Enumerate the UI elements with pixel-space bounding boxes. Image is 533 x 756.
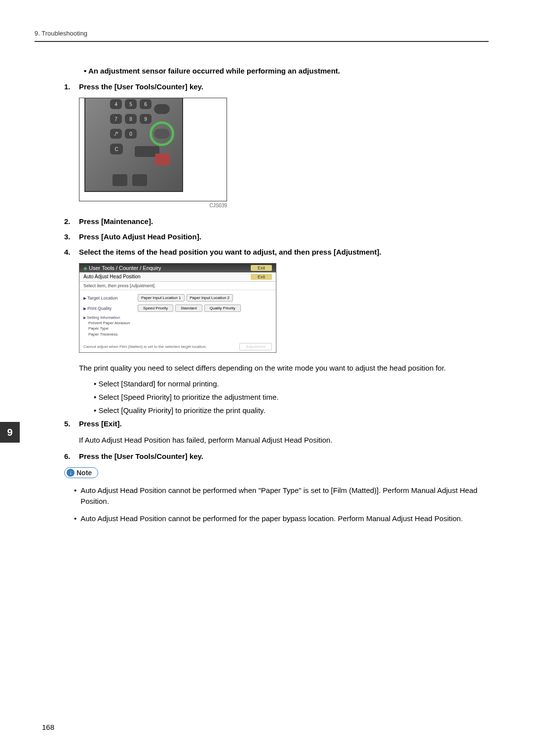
dialog-exit-button-top[interactable]: Exit	[251, 265, 272, 271]
step-2: 2. Press [Maintenance].	[64, 217, 489, 226]
step-1-text: Press the [User Tools/Counter] key.	[79, 82, 489, 91]
quality-priority-button[interactable]: Quality Priority	[204, 304, 241, 312]
note-badge: ↓ Note	[64, 467, 98, 478]
stop-button	[155, 153, 170, 165]
note-arrow-icon: ↓	[67, 469, 75, 477]
dialog-footer-text: Cannot adjust when Film (Matted) is set …	[83, 344, 207, 349]
step-2-text: Press [Maintenance].	[79, 217, 489, 226]
step-6: 6. Press the [User Tools/Counter] key.	[64, 452, 489, 460]
standard-button[interactable]: Standard	[175, 304, 202, 312]
speed-priority-button[interactable]: Speed Priority	[138, 304, 173, 312]
keypad-8: 8	[125, 114, 137, 124]
main-content: An adjustment sensor failure occurred wh…	[35, 67, 489, 524]
print-quality-row: Print Quality Speed Priority Standard Qu…	[83, 304, 272, 312]
diamond-icon: ◆	[83, 265, 87, 271]
dialog-exit-button-sub[interactable]: Exit	[251, 274, 272, 280]
keypad-container: 4 5 6 7 8 9 ./* 0 C	[79, 98, 227, 201]
bullet-quality: Select [Quality Priority] to prioritize …	[94, 406, 489, 415]
paper-input-location-1-button[interactable]: Paper Input Location 1	[138, 294, 185, 302]
paper-input-location-2-button[interactable]: Paper Input Location 2	[187, 294, 233, 302]
bullet-standard: Select [Standard] for normal printing.	[94, 379, 489, 388]
target-location-row: Target Location Paper Input Location 1 P…	[83, 294, 272, 302]
bullet-marker: •	[74, 485, 76, 507]
paper-thickness-label: Paper Thickness	[83, 332, 272, 337]
page-number: 168	[42, 723, 54, 731]
note-label: Note	[76, 469, 92, 477]
prevent-abrasion-label: Prevent Paper Abrasion	[83, 320, 272, 326]
chapter-tab: 9	[0, 422, 20, 443]
target-location-label: Target Location	[83, 296, 138, 301]
setting-info-label: Setting Information	[83, 315, 272, 320]
step-3: 3. Press [Auto Adjust Head Position].	[64, 232, 489, 241]
dialog-footer: Cannot adjust when Film (Matted) is set …	[79, 341, 276, 352]
setting-information: Setting Information Prevent Paper Abrasi…	[83, 315, 272, 337]
dialog-titlebar: ◆ User Tools / Counter / Enquiry Exit	[79, 264, 276, 272]
paper-type-label: Paper Type	[83, 326, 272, 331]
dialog-subtitle-bar: Auto Adjust Head Position Exit	[79, 272, 276, 282]
bottom-button-1	[113, 174, 127, 186]
post-dialog-text: The print quality you need to select dif…	[79, 363, 489, 374]
step-1: 1. Press the [User Tools/Counter] key.	[64, 82, 489, 91]
step-3-num: 3.	[64, 232, 79, 241]
dialog-title-text: ◆ User Tools / Counter / Enquiry	[83, 265, 161, 271]
print-quality-label: Print Quality	[83, 306, 138, 311]
note-1-text: Auto Adjust Head Position cannot be perf…	[80, 485, 489, 507]
keypad-clear: C	[110, 144, 123, 154]
bullet-speed: Select [Speed Priority] to prioritize th…	[94, 393, 489, 401]
step-4-num: 4.	[64, 248, 79, 256]
dialog-window: ◆ User Tools / Counter / Enquiry Exit Au…	[79, 263, 276, 353]
keypad-star: ./*	[110, 129, 122, 139]
dialog-instruction: Select item, then press [Adjustment].	[79, 282, 276, 290]
note-2-text: Auto Adjust Head Position cannot be perf…	[80, 513, 463, 525]
keypad-9: 9	[140, 114, 152, 124]
dialog-subtitle-text: Auto Adjust Head Position	[83, 274, 141, 280]
step-1-num: 1.	[64, 82, 79, 91]
note-2: • Auto Adjust Head Position cannot be pe…	[74, 513, 489, 525]
highlight-circle-icon	[150, 121, 174, 146]
keypad-figure: 4 5 6 7 8 9 ./* 0 C CJS039	[79, 98, 489, 208]
dialog-body: Target Location Paper Input Location 1 P…	[79, 290, 276, 341]
bullet-marker: •	[74, 513, 76, 525]
intro-bullet: An adjustment sensor failure occurred wh…	[64, 67, 489, 75]
adjustment-button[interactable]: Adjustment	[239, 343, 272, 350]
keypad-5: 5	[125, 99, 137, 109]
step-5-body: If Auto Adjust Head Position has failed,…	[79, 435, 489, 446]
bottom-button-2	[132, 174, 147, 186]
keypad-0: 0	[125, 129, 137, 139]
keypad-7: 7	[110, 114, 122, 124]
keypad-panel: 4 5 6 7 8 9 ./* 0 C	[84, 98, 183, 192]
step-4-text: Select the items of the head position yo…	[79, 248, 489, 256]
note-1: • Auto Adjust Head Position cannot be pe…	[74, 485, 489, 507]
step-6-num: 6.	[64, 452, 79, 460]
step-5-num: 5.	[64, 419, 79, 428]
step-4: 4. Select the items of the head position…	[64, 248, 489, 256]
page-header: 9. Troubleshooting	[35, 30, 489, 42]
keypad-6: 6	[140, 99, 152, 109]
step-5: 5. Press [Exit].	[64, 419, 489, 428]
oval-button-1	[154, 104, 170, 114]
keypad-4: 4	[110, 99, 122, 109]
step-3-text: Press [Auto Adjust Head Position].	[79, 232, 489, 241]
step-5-text: Press [Exit].	[79, 419, 489, 428]
step-2-num: 2.	[64, 217, 79, 226]
dialog-figure: ◆ User Tools / Counter / Enquiry Exit Au…	[79, 263, 276, 353]
step-6-text: Press the [User Tools/Counter] key.	[79, 452, 489, 460]
keypad-label: CJS039	[79, 203, 227, 208]
